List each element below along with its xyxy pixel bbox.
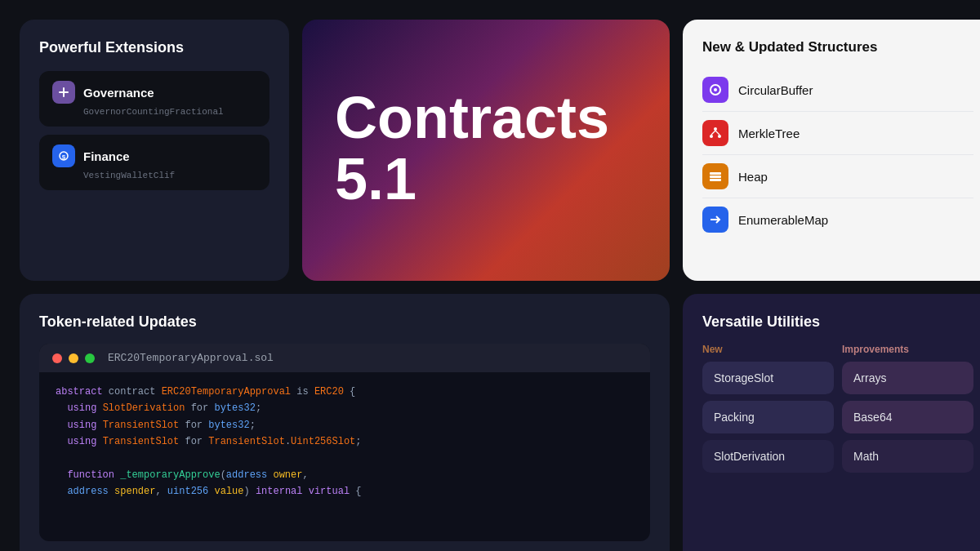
- close-dot: [52, 353, 62, 363]
- code-line-2: using SlotDerivation for bytes32;: [56, 400, 634, 416]
- heap-item[interactable]: Heap: [702, 155, 973, 198]
- svg-text:$: $: [62, 153, 66, 161]
- svg-point-8: [718, 135, 721, 138]
- circular-buffer-name: CircularBuffer: [738, 83, 813, 97]
- extensions-card: Powerful Extensions Governance GovernorC…: [20, 20, 289, 281]
- svg-rect-13: [710, 179, 721, 181]
- governance-subtitle: GovernorCountingFractional: [83, 107, 256, 117]
- improvements-column: Improvements Arrays Base64 Math: [842, 344, 973, 479]
- maximize-dot: [85, 353, 95, 363]
- code-line-4: using TransientSlot for TransientSlot.Ui…: [56, 433, 634, 450]
- packing-item[interactable]: Packing: [702, 401, 834, 433]
- enumerable-map-item[interactable]: EnumerableMap: [702, 198, 973, 241]
- improvements-column-header: Improvements: [842, 344, 973, 355]
- arrays-item[interactable]: Arrays: [842, 362, 973, 394]
- heap-name: Heap: [738, 170, 768, 184]
- structures-card: New & Updated Structures CircularBuffer …: [683, 20, 980, 281]
- circular-buffer-item[interactable]: CircularBuffer: [702, 69, 973, 112]
- code-line-3: using TransientSlot for bytes32;: [56, 417, 634, 433]
- math-item[interactable]: Math: [842, 440, 973, 473]
- finance-extension-item[interactable]: $ Finance VestingWalletClif: [39, 135, 270, 190]
- utilities-card: Versatile Utilities New StorageSlot Pack…: [683, 294, 980, 551]
- svg-line-9: [711, 131, 715, 135]
- utilities-title: Versatile Utilities: [702, 313, 973, 331]
- contracts-title: Contracts: [335, 88, 637, 147]
- circular-buffer-icon: [702, 77, 728, 103]
- new-column: New StorageSlot Packing SlotDerivation: [702, 344, 834, 479]
- finance-subtitle: VestingWalletClif: [83, 171, 256, 180]
- extensions-title: Powerful Extensions: [39, 39, 270, 56]
- token-title: Token-related Updates: [39, 313, 650, 331]
- contracts-version: 5.1: [335, 147, 637, 211]
- governance-name: Governance: [83, 86, 154, 100]
- svg-rect-11: [710, 172, 721, 175]
- code-line-5: function _temporaryApprove(address owner…: [56, 467, 634, 483]
- svg-point-7: [710, 135, 713, 138]
- code-filename: ERC20TemporaryApproval.sol: [108, 352, 274, 364]
- enumerable-map-name: EnumerableMap: [738, 213, 828, 227]
- svg-point-5: [714, 88, 717, 91]
- merkle-tree-item[interactable]: MerkleTree: [702, 112, 973, 155]
- code-line-6: address spender, uint256 value) internal…: [56, 483, 634, 500]
- finance-name: Finance: [83, 149, 130, 163]
- svg-line-10: [715, 131, 719, 135]
- svg-rect-1: [63, 87, 65, 97]
- minimize-dot: [69, 353, 78, 363]
- contracts-card: Contracts 5.1: [302, 20, 670, 281]
- utilities-columns: New StorageSlot Packing SlotDerivation I…: [702, 344, 973, 479]
- svg-rect-12: [710, 176, 721, 178]
- merkle-tree-icon: [702, 120, 728, 146]
- enumerable-map-icon: [702, 207, 728, 233]
- heap-icon: [702, 163, 728, 189]
- svg-point-6: [714, 127, 717, 131]
- storage-slot-item[interactable]: StorageSlot: [702, 362, 834, 394]
- code-body: abstract contract ERC20TemporaryApproval…: [39, 372, 650, 512]
- governance-icon: [52, 81, 75, 104]
- finance-icon: $: [52, 144, 75, 167]
- structures-title: New & Updated Structures: [702, 39, 973, 56]
- new-column-header: New: [702, 344, 834, 355]
- slot-derivation-item[interactable]: SlotDerivation: [702, 440, 834, 473]
- code-titlebar: ERC20TemporaryApproval.sol: [39, 344, 650, 372]
- code-line-1: abstract contract ERC20TemporaryApproval…: [56, 384, 634, 400]
- governance-extension-item[interactable]: Governance GovernorCountingFractional: [39, 71, 270, 127]
- token-card: Token-related Updates ERC20TemporaryAppr…: [20, 294, 670, 551]
- code-window: ERC20TemporaryApproval.sol abstract cont…: [39, 344, 650, 541]
- base64-item[interactable]: Base64: [842, 401, 973, 433]
- merkle-tree-name: MerkleTree: [738, 127, 800, 140]
